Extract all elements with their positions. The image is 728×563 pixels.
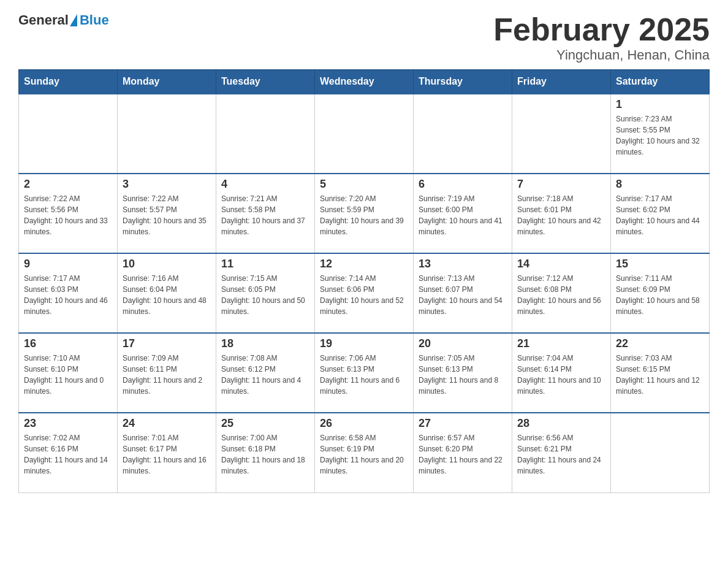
day-number: 24 xyxy=(123,417,211,430)
day-info: Sunrise: 7:13 AMSunset: 6:07 PMDaylight:… xyxy=(419,273,507,317)
day-number: 23 xyxy=(24,417,112,430)
title-block: February 2025 Yingchuan, Henan, China xyxy=(493,12,710,63)
calendar-title: February 2025 xyxy=(493,12,710,47)
calendar-day-cell: 21Sunrise: 7:04 AMSunset: 6:14 PMDayligh… xyxy=(512,333,611,413)
calendar-day-cell: 11Sunrise: 7:15 AMSunset: 6:05 PMDayligh… xyxy=(216,253,315,333)
day-info: Sunrise: 7:15 AMSunset: 6:05 PMDaylight:… xyxy=(221,273,309,317)
day-info: Sunrise: 6:57 AMSunset: 6:20 PMDaylight:… xyxy=(419,432,507,477)
calendar-day-cell: 17Sunrise: 7:09 AMSunset: 6:11 PMDayligh… xyxy=(118,333,216,413)
calendar-day-cell: 6Sunrise: 7:19 AMSunset: 6:00 PMDaylight… xyxy=(414,174,512,253)
day-number: 5 xyxy=(320,178,408,191)
calendar-day-cell: 1Sunrise: 7:23 AMSunset: 5:55 PMDaylight… xyxy=(611,94,710,174)
calendar-day-cell xyxy=(315,94,414,174)
page-header: General Blue February 2025 Yingchuan, He… xyxy=(18,12,710,63)
calendar-day-cell xyxy=(118,94,216,174)
calendar-day-cell: 23Sunrise: 7:02 AMSunset: 6:16 PMDayligh… xyxy=(19,413,118,492)
calendar-day-cell xyxy=(512,94,611,174)
day-number: 26 xyxy=(320,417,408,430)
day-number: 14 xyxy=(517,258,605,270)
day-number: 6 xyxy=(419,178,507,191)
day-number: 27 xyxy=(419,417,507,430)
day-info: Sunrise: 6:56 AMSunset: 6:21 PMDaylight:… xyxy=(517,432,605,477)
day-info: Sunrise: 6:58 AMSunset: 6:19 PMDaylight:… xyxy=(320,432,408,477)
calendar-subtitle: Yingchuan, Henan, China xyxy=(493,47,710,63)
calendar-day-cell: 12Sunrise: 7:14 AMSunset: 6:06 PMDayligh… xyxy=(315,253,414,333)
day-number: 10 xyxy=(123,258,211,270)
day-info: Sunrise: 7:12 AMSunset: 6:08 PMDaylight:… xyxy=(517,273,605,317)
day-info: Sunrise: 7:22 AMSunset: 5:56 PMDaylight:… xyxy=(24,193,112,237)
calendar-day-cell: 20Sunrise: 7:05 AMSunset: 6:13 PMDayligh… xyxy=(414,333,512,413)
day-info: Sunrise: 7:14 AMSunset: 6:06 PMDaylight:… xyxy=(320,273,408,317)
header-saturday: Saturday xyxy=(611,70,710,94)
day-info: Sunrise: 7:22 AMSunset: 5:57 PMDaylight:… xyxy=(123,193,211,237)
day-number: 7 xyxy=(517,178,605,191)
day-info: Sunrise: 7:17 AMSunset: 6:03 PMDaylight:… xyxy=(24,273,112,317)
calendar-day-cell xyxy=(611,413,710,492)
header-friday: Friday xyxy=(512,70,611,94)
day-info: Sunrise: 7:00 AMSunset: 6:18 PMDaylight:… xyxy=(221,432,309,477)
calendar-day-cell: 9Sunrise: 7:17 AMSunset: 6:03 PMDaylight… xyxy=(19,253,118,333)
day-info: Sunrise: 7:05 AMSunset: 6:13 PMDaylight:… xyxy=(419,353,507,397)
logo: General Blue xyxy=(18,12,109,28)
day-number: 2 xyxy=(24,178,112,191)
calendar-day-cell: 25Sunrise: 7:00 AMSunset: 6:18 PMDayligh… xyxy=(216,413,315,492)
day-number: 13 xyxy=(419,258,507,270)
day-number: 17 xyxy=(123,337,211,350)
day-info: Sunrise: 7:20 AMSunset: 5:59 PMDaylight:… xyxy=(320,193,408,237)
calendar-day-cell: 5Sunrise: 7:20 AMSunset: 5:59 PMDaylight… xyxy=(315,174,414,253)
calendar-day-cell: 22Sunrise: 7:03 AMSunset: 6:15 PMDayligh… xyxy=(611,333,710,413)
day-info: Sunrise: 7:19 AMSunset: 6:00 PMDaylight:… xyxy=(419,193,507,237)
header-wednesday: Wednesday xyxy=(315,70,414,94)
calendar-week-row: 9Sunrise: 7:17 AMSunset: 6:03 PMDaylight… xyxy=(19,253,710,333)
day-number: 25 xyxy=(221,417,309,430)
day-number: 15 xyxy=(616,258,704,270)
calendar-day-cell: 18Sunrise: 7:08 AMSunset: 6:12 PMDayligh… xyxy=(216,333,315,413)
calendar-day-cell: 13Sunrise: 7:13 AMSunset: 6:07 PMDayligh… xyxy=(414,253,512,333)
day-number: 12 xyxy=(320,258,408,270)
day-info: Sunrise: 7:21 AMSunset: 5:58 PMDaylight:… xyxy=(221,193,309,237)
calendar-day-cell: 16Sunrise: 7:10 AMSunset: 6:10 PMDayligh… xyxy=(19,333,118,413)
calendar-day-cell xyxy=(216,94,315,174)
day-number: 11 xyxy=(221,258,309,270)
day-number: 9 xyxy=(24,258,112,270)
day-number: 19 xyxy=(320,337,408,350)
day-number: 28 xyxy=(517,417,605,430)
day-number: 22 xyxy=(616,337,704,350)
calendar-day-cell: 24Sunrise: 7:01 AMSunset: 6:17 PMDayligh… xyxy=(118,413,216,492)
day-info: Sunrise: 7:10 AMSunset: 6:10 PMDaylight:… xyxy=(24,353,112,397)
day-number: 21 xyxy=(517,337,605,350)
day-info: Sunrise: 7:09 AMSunset: 6:11 PMDaylight:… xyxy=(123,353,211,397)
calendar-day-cell: 14Sunrise: 7:12 AMSunset: 6:08 PMDayligh… xyxy=(512,253,611,333)
logo-triangle-icon xyxy=(70,14,77,26)
calendar-week-row: 23Sunrise: 7:02 AMSunset: 6:16 PMDayligh… xyxy=(19,413,710,492)
calendar-day-cell: 8Sunrise: 7:17 AMSunset: 6:02 PMDaylight… xyxy=(611,174,710,253)
header-thursday: Thursday xyxy=(414,70,512,94)
calendar-table: Sunday Monday Tuesday Wednesday Thursday… xyxy=(18,69,710,493)
day-info: Sunrise: 7:16 AMSunset: 6:04 PMDaylight:… xyxy=(123,273,211,317)
calendar-day-cell: 10Sunrise: 7:16 AMSunset: 6:04 PMDayligh… xyxy=(118,253,216,333)
day-info: Sunrise: 7:08 AMSunset: 6:12 PMDaylight:… xyxy=(221,353,309,397)
calendar-day-cell: 26Sunrise: 6:58 AMSunset: 6:19 PMDayligh… xyxy=(315,413,414,492)
day-number: 16 xyxy=(24,337,112,350)
calendar-day-cell: 3Sunrise: 7:22 AMSunset: 5:57 PMDaylight… xyxy=(118,174,216,253)
day-info: Sunrise: 7:04 AMSunset: 6:14 PMDaylight:… xyxy=(517,353,605,397)
day-info: Sunrise: 7:23 AMSunset: 5:55 PMDaylight:… xyxy=(616,113,704,158)
calendar-week-row: 1Sunrise: 7:23 AMSunset: 5:55 PMDaylight… xyxy=(19,94,710,174)
day-info: Sunrise: 7:17 AMSunset: 6:02 PMDaylight:… xyxy=(616,193,704,237)
logo-general-text: General xyxy=(18,12,69,28)
day-number: 8 xyxy=(616,178,704,191)
weekday-header-row: Sunday Monday Tuesday Wednesday Thursday… xyxy=(19,70,710,94)
day-info: Sunrise: 7:06 AMSunset: 6:13 PMDaylight:… xyxy=(320,353,408,397)
calendar-day-cell: 4Sunrise: 7:21 AMSunset: 5:58 PMDaylight… xyxy=(216,174,315,253)
calendar-day-cell: 27Sunrise: 6:57 AMSunset: 6:20 PMDayligh… xyxy=(414,413,512,492)
header-monday: Monday xyxy=(118,70,216,94)
day-number: 1 xyxy=(616,98,704,111)
calendar-day-cell: 15Sunrise: 7:11 AMSunset: 6:09 PMDayligh… xyxy=(611,253,710,333)
calendar-day-cell: 2Sunrise: 7:22 AMSunset: 5:56 PMDaylight… xyxy=(19,174,118,253)
day-info: Sunrise: 7:11 AMSunset: 6:09 PMDaylight:… xyxy=(616,273,704,317)
calendar-day-cell: 7Sunrise: 7:18 AMSunset: 6:01 PMDaylight… xyxy=(512,174,611,253)
header-tuesday: Tuesday xyxy=(216,70,315,94)
calendar-week-row: 2Sunrise: 7:22 AMSunset: 5:56 PMDaylight… xyxy=(19,174,710,253)
day-info: Sunrise: 7:18 AMSunset: 6:01 PMDaylight:… xyxy=(517,193,605,237)
logo-blue-text: Blue xyxy=(80,12,109,28)
